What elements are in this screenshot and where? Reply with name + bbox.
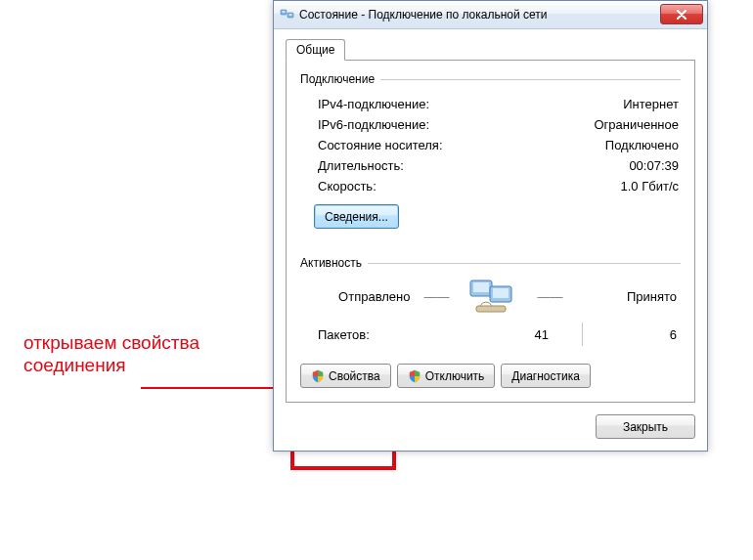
details-button[interactable]: Сведения... [314, 204, 399, 229]
svg-rect-2 [283, 11, 286, 13]
annotation-line2: соединения [23, 354, 199, 376]
shield-icon [408, 369, 421, 383]
disable-button-label: Отключить [425, 369, 485, 383]
dialog-footer: Закрыть [286, 414, 695, 439]
row-duration: Длительность: 00:07:39 [300, 155, 681, 176]
svg-rect-5 [473, 282, 489, 292]
dialog-title: Состояние - Подключение по локальной сет… [299, 8, 548, 22]
annotation-text: открываем свойства соединения [23, 331, 199, 376]
row-ipv4: IPv4-подключение: Интернет [300, 94, 681, 114]
recv-label: Принято [567, 289, 682, 304]
monitors-icon [466, 277, 521, 316]
properties-button-label: Свойства [329, 369, 380, 383]
connection-group: Подключение IPv4-подключение: Интернет I… [300, 72, 681, 229]
status-dialog: Состояние - Подключение по локальной сет… [273, 0, 708, 452]
activity-group: Активность Отправлено —— [300, 256, 681, 346]
packets-row: Пакетов: 41 6 [300, 323, 681, 346]
packets-sent: 41 [455, 327, 582, 342]
ipv6-label: IPv6-подключение: [318, 117, 429, 132]
tab-page-general: Подключение IPv4-подключение: Интернет I… [286, 60, 695, 403]
speed-value: 1.0 Гбит/с [621, 179, 680, 194]
media-label: Состояние носителя: [318, 138, 443, 152]
properties-button[interactable]: Свойства [300, 364, 391, 388]
diagnose-button-label: Диагностика [511, 369, 580, 383]
close-button[interactable] [660, 4, 703, 24]
divider [368, 263, 681, 264]
dash-left: —— [421, 289, 454, 304]
close-icon [676, 10, 687, 20]
row-ipv6: IPv6-подключение: Ограниченное [300, 114, 681, 135]
activity-labels-row: Отправлено —— [300, 278, 681, 315]
titlebar[interactable]: Состояние - Подключение по локальной сет… [274, 1, 707, 29]
divider [380, 79, 681, 80]
dash-right: —— [534, 289, 567, 304]
network-icon [280, 7, 295, 22]
duration-label: Длительность: [318, 158, 404, 173]
media-value: Подключено [605, 138, 679, 152]
row-media: Состояние носителя: Подключено [300, 135, 681, 155]
ipv6-value: Ограниченное [594, 117, 679, 132]
packets-recv: 6 [583, 327, 681, 342]
annotation-line1: открываем свойства [23, 331, 199, 354]
tabstrip: Общие [286, 39, 695, 61]
packets-label: Пакетов: [300, 327, 455, 342]
sent-label: Отправлено [300, 289, 421, 304]
ipv4-value: Интернет [623, 97, 679, 111]
action-button-row: Свойства Отключить Ди [300, 364, 681, 388]
disable-button[interactable]: Отключить [397, 364, 496, 388]
row-speed: Скорость: 1.0 Гбит/с [300, 176, 681, 196]
ipv4-label: IPv4-подключение: [318, 97, 429, 111]
annotation-arrow-h [141, 387, 276, 389]
svg-rect-8 [476, 306, 506, 312]
close-dialog-button[interactable]: Закрыть [596, 414, 695, 439]
connection-header: Подключение [300, 72, 380, 86]
svg-rect-3 [289, 14, 292, 16]
diagnose-button[interactable]: Диагностика [501, 364, 591, 388]
speed-label: Скорость: [318, 179, 376, 194]
activity-header: Активность [300, 256, 368, 270]
shield-icon [311, 369, 325, 383]
duration-value: 00:07:39 [629, 158, 679, 173]
tab-general[interactable]: Общие [286, 39, 345, 61]
svg-rect-7 [493, 288, 509, 298]
